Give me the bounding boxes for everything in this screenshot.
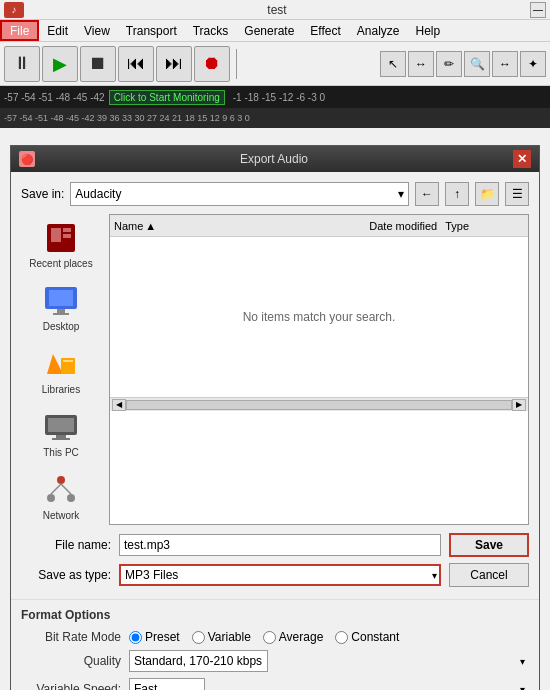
file-list-body: No items match your search.: [110, 237, 528, 397]
menu-transport[interactable]: Transport: [118, 20, 185, 41]
desktop-label: Desktop: [43, 321, 80, 332]
tool-multi[interactable]: ✦: [520, 51, 546, 77]
quality-arrow-icon: ▾: [520, 656, 525, 667]
desktop-icon: [41, 281, 81, 321]
play-button[interactable]: ▶: [42, 46, 78, 82]
bitrate-variable[interactable]: Variable: [192, 630, 251, 644]
nav-back-button[interactable]: ←: [415, 182, 439, 206]
bitrate-label: Bit Rate Mode: [21, 630, 121, 644]
bitrate-constant[interactable]: Constant: [335, 630, 399, 644]
menu-analyze[interactable]: Analyze: [349, 20, 408, 41]
menu-effect[interactable]: Effect: [302, 20, 348, 41]
svg-point-14: [57, 476, 65, 484]
vu-left-values: -57 -54 -51 -48 -45 -42: [4, 92, 105, 103]
svg-rect-12: [56, 435, 66, 438]
svg-rect-3: [63, 234, 71, 238]
menu-view[interactable]: View: [76, 20, 118, 41]
quality-select-wrapper: Standard, 170-210 kbps Extreme, 220-260 …: [129, 650, 529, 672]
filename-input[interactable]: [119, 534, 441, 556]
svg-rect-11: [48, 418, 74, 432]
ruler-values: -57 -54 -51 -48 -45 -42 39 36 33 30 27 2…: [4, 113, 250, 123]
bitrate-average[interactable]: Average: [263, 630, 323, 644]
menu-tracks[interactable]: Tracks: [185, 20, 237, 41]
place-libraries[interactable]: Libraries: [21, 340, 101, 399]
scroll-left-btn[interactable]: ◀: [112, 399, 126, 411]
quality-label: Quality: [21, 654, 121, 668]
saveas-label: Save as type:: [21, 568, 111, 582]
tool-envelope[interactable]: ↔: [408, 51, 434, 77]
bitrate-radio-group: Preset Variable Average Constant: [129, 630, 399, 644]
place-thispc[interactable]: This PC: [21, 403, 101, 462]
app-title: test: [24, 3, 530, 17]
quality-select[interactable]: Standard, 170-210 kbps Extreme, 220-260 …: [129, 650, 268, 672]
file-list: Name ▲ Date modified Type No items match…: [109, 214, 529, 525]
pause-button[interactable]: ⏸: [4, 46, 40, 82]
filename-row: File name: Save: [21, 533, 529, 557]
file-list-header: Name ▲ Date modified Type: [110, 215, 528, 237]
saveas-row: Save as type: MP3 Files ▾ Cancel: [21, 563, 529, 587]
cancel-button[interactable]: Cancel: [449, 563, 529, 587]
svg-rect-9: [63, 360, 73, 362]
app-icon: ♪: [4, 2, 24, 18]
app-window: ♪ test — File Edit View Transport Tracks…: [0, 0, 550, 690]
scroll-track-h[interactable]: [126, 400, 512, 410]
toolbar-right: ↖ ↔ ✏ 🔍 ↔ ✦: [380, 51, 546, 77]
skip-back-button[interactable]: ⏮: [118, 46, 154, 82]
menu-bar: File Edit View Transport Tracks Generate…: [0, 20, 550, 42]
save-in-select[interactable]: Audacity ▾: [70, 182, 409, 206]
record-button[interactable]: ⏺: [194, 46, 230, 82]
libraries-label: Libraries: [42, 384, 80, 395]
vu-meter: -57 -54 -51 -48 -45 -42 Click to Start M…: [0, 86, 550, 108]
bitrate-row: Bit Rate Mode Preset Variable Average: [21, 630, 529, 644]
ruler: -57 -54 -51 -48 -45 -42 39 36 33 30 27 2…: [0, 108, 550, 128]
variable-speed-row: Variable Speed: Fast Standard High Quali…: [21, 678, 529, 690]
svg-rect-5: [49, 290, 73, 306]
menu-help[interactable]: Help: [408, 20, 449, 41]
quality-row: Quality Standard, 170-210 kbps Extreme, …: [21, 650, 529, 672]
saveas-select[interactable]: MP3 Files: [119, 564, 441, 586]
variable-speed-select-wrapper: Fast Standard High Quality ▾: [129, 678, 529, 690]
title-bar: ♪ test —: [0, 0, 550, 20]
place-network[interactable]: Network: [21, 466, 101, 525]
toolbar: ⏸ ▶ ⏹ ⏮ ⏭ ⏺ ↖ ↔ ✏ 🔍 ↔ ✦: [0, 42, 550, 86]
network-label: Network: [43, 510, 80, 521]
save-in-value: Audacity: [75, 187, 121, 201]
bitrate-preset[interactable]: Preset: [129, 630, 180, 644]
skip-forward-button[interactable]: ⏭: [156, 46, 192, 82]
column-type[interactable]: Type: [441, 220, 528, 232]
place-recent[interactable]: Recent places: [21, 214, 101, 273]
tool-draw[interactable]: ✏: [436, 51, 462, 77]
column-name[interactable]: Name ▲: [110, 220, 276, 232]
variable-speed-select[interactable]: Fast Standard High Quality: [129, 678, 205, 690]
monitor-button[interactable]: Click to Start Monitoring: [109, 90, 225, 105]
menu-generate[interactable]: Generate: [236, 20, 302, 41]
menu-file[interactable]: File: [0, 20, 39, 41]
no-items-text: No items match your search.: [243, 310, 396, 324]
horizontal-scrollbar[interactable]: ◀ ▶: [110, 397, 528, 411]
column-date[interactable]: Date modified: [276, 220, 442, 232]
svg-rect-6: [57, 309, 65, 313]
nav-new-folder-button[interactable]: 📁: [475, 182, 499, 206]
place-desktop[interactable]: Desktop: [21, 277, 101, 336]
libraries-icon: [41, 344, 81, 384]
format-options: Format Options Bit Rate Mode Preset Vari…: [11, 599, 539, 690]
save-button[interactable]: Save: [449, 533, 529, 557]
menu-edit[interactable]: Edit: [39, 20, 76, 41]
tool-select[interactable]: ↖: [380, 51, 406, 77]
nav-up-button[interactable]: ↑: [445, 182, 469, 206]
svg-rect-13: [52, 438, 70, 440]
vu-right-values: -1 -18 -15 -12 -6 -3 0: [233, 92, 325, 103]
scroll-right-btn[interactable]: ▶: [512, 399, 526, 411]
dialog-close-button[interactable]: ✕: [513, 150, 531, 168]
nav-view-button[interactable]: ☰: [505, 182, 529, 206]
recent-icon: [41, 218, 81, 258]
minimize-button[interactable]: —: [530, 2, 546, 18]
svg-point-16: [67, 494, 75, 502]
dialog-title-bar: 🔴 Export Audio ✕: [11, 146, 539, 172]
svg-rect-7: [53, 313, 69, 315]
stop-button[interactable]: ⏹: [80, 46, 116, 82]
svg-line-18: [61, 484, 71, 494]
tool-timeshift[interactable]: ↔: [492, 51, 518, 77]
export-audio-dialog: 🔴 Export Audio ✕ Save in: Audacity ▾ ← ↑…: [10, 145, 540, 690]
tool-zoom[interactable]: 🔍: [464, 51, 490, 77]
